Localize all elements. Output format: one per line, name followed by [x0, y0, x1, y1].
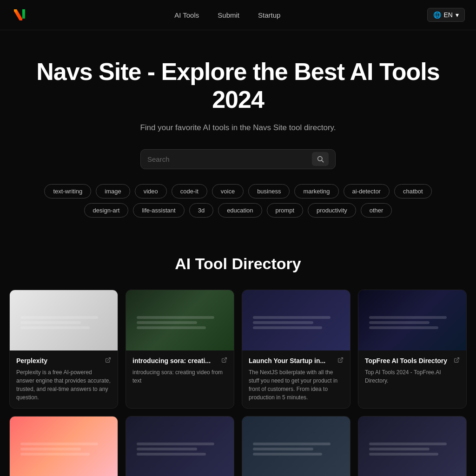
- tag-business[interactable]: business: [248, 184, 290, 198]
- card-pdfai[interactable]: PDF.ai | Chat with your...: [242, 416, 350, 476]
- tag-education[interactable]: education: [218, 203, 262, 218]
- card-thumb-launch-startup: [242, 290, 350, 350]
- header: AI Tools Submit Startup 🌐 EN ▾: [0, 0, 476, 30]
- card-perplexity[interactable]: PerplexityPerplexity is a free AI-powere…: [9, 290, 118, 409]
- tools-grid: PerplexityPerplexity is a free AI-powere…: [9, 290, 467, 476]
- card-desc-sora: introducing sora: creating video from te…: [132, 368, 227, 385]
- card-thumb-topfree: [358, 290, 466, 350]
- tags-container: text-writingimagevideocode-itvoicebusine…: [9, 184, 467, 218]
- svg-line-9: [456, 357, 459, 360]
- svg-line-5: [322, 160, 324, 162]
- card-title-sora: introducing sora: creati...: [132, 357, 218, 364]
- card-thumb-mymap: [358, 416, 466, 476]
- svg-marker-2: [22, 9, 25, 19]
- external-link-icon-perplexity: [105, 357, 111, 364]
- card-launch-startup[interactable]: Launch Your Startup in...The NextJS boil…: [242, 290, 350, 409]
- nav-ai-tools[interactable]: AI Tools: [174, 11, 199, 19]
- card-thumb-suno: [126, 416, 234, 476]
- external-link-icon-launch-startup: [337, 357, 344, 364]
- tag-ai-detector[interactable]: ai-detector: [344, 184, 390, 198]
- card-thumb-perplexity: [10, 290, 118, 350]
- lang-label: EN: [444, 11, 453, 19]
- tag-productivity[interactable]: productivity: [308, 203, 356, 218]
- card-title-perplexity: Perplexity: [16, 357, 102, 364]
- globe-icon: 🌐: [433, 11, 441, 19]
- tag-code-it[interactable]: code-it: [172, 184, 207, 198]
- svg-line-8: [340, 357, 343, 360]
- hero-section: Navs Site - Explore the Best AI Tools 20…: [0, 30, 476, 255]
- card-mymap[interactable]: mymap.ai: Mapping Idea...: [358, 416, 467, 476]
- card-thumb-pdfai: [242, 416, 350, 476]
- search-container: [9, 149, 467, 169]
- card-suno[interactable]: Suno: [126, 416, 234, 476]
- tag-design-art[interactable]: design-art: [84, 203, 129, 218]
- tag-text-writing[interactable]: text-writing: [44, 184, 91, 198]
- external-link-icon-sora: [221, 357, 227, 364]
- svg-line-6: [107, 357, 110, 360]
- tag-image[interactable]: image: [96, 184, 130, 198]
- tag-other[interactable]: other: [361, 203, 392, 218]
- external-link-icon-topfree: [454, 357, 460, 364]
- card-thumb-sora: [126, 290, 234, 350]
- search-button[interactable]: [312, 152, 329, 166]
- tag-life-assistant[interactable]: life-assistant: [133, 203, 184, 218]
- chevron-down-icon: ▾: [456, 11, 459, 19]
- search-icon: [317, 155, 324, 163]
- card-sora[interactable]: introducing sora: creati...introducing s…: [126, 290, 234, 409]
- directory-section: AI Tool Directory PerplexityPerplexity i…: [0, 255, 476, 476]
- logo-icon: [11, 7, 28, 23]
- logo[interactable]: [11, 7, 28, 23]
- tag-chatbot[interactable]: chatbot: [394, 184, 432, 198]
- card-title-topfree: TopFree AI Tools Directory: [365, 357, 451, 364]
- hero-subtitle: Find your favorite AI tools in the Navs …: [9, 123, 467, 132]
- tag-3d[interactable]: 3d: [189, 203, 213, 218]
- svg-line-7: [224, 357, 226, 360]
- card-desc-launch-startup: The NextJS boilerplate with all the stuf…: [249, 368, 344, 402]
- hero-title: Navs Site - Explore the Best AI Tools 20…: [9, 58, 467, 114]
- directory-title: AI Tool Directory: [9, 255, 467, 273]
- nav: AI Tools Submit Startup: [174, 11, 280, 19]
- tag-video[interactable]: video: [135, 184, 167, 198]
- card-thumb-tap4: [10, 416, 118, 476]
- card-desc-perplexity: Perplexity is a free AI-powered answer e…: [16, 368, 111, 402]
- card-desc-topfree: Top AI Tools 2024 - TopFree.AI Directory…: [365, 368, 460, 385]
- tag-marketing[interactable]: marketing: [294, 184, 338, 198]
- tag-voice[interactable]: voice: [212, 184, 244, 198]
- card-tap4[interactable]: Tap4 AI Tools Directory: [9, 416, 118, 476]
- card-topfree[interactable]: TopFree AI Tools DirectoryTop AI Tools 2…: [358, 290, 467, 409]
- tag-prompt[interactable]: prompt: [267, 203, 303, 218]
- search-input[interactable]: [147, 150, 308, 169]
- search-box: [140, 149, 336, 169]
- nav-startup[interactable]: Startup: [258, 11, 280, 19]
- card-title-launch-startup: Launch Your Startup in...: [249, 357, 335, 364]
- nav-submit[interactable]: Submit: [218, 11, 239, 19]
- language-selector[interactable]: 🌐 EN ▾: [427, 8, 465, 22]
